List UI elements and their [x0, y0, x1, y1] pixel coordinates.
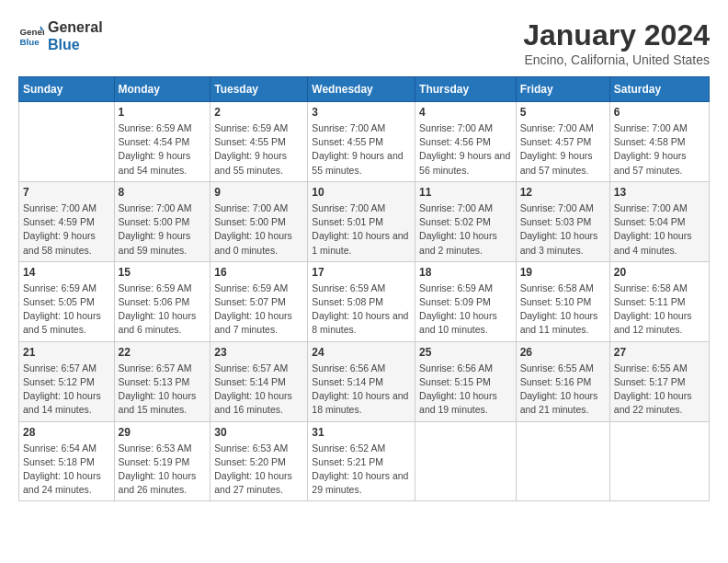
calendar-cell: 26Sunrise: 6:55 AMSunset: 5:16 PMDayligh…	[516, 341, 609, 421]
day-number: 29	[119, 426, 207, 439]
calendar-cell: 14Sunrise: 6:59 AMSunset: 5:05 PMDayligh…	[19, 261, 115, 341]
day-info: Sunrise: 6:52 AMSunset: 5:21 PMDaylight:…	[312, 442, 411, 498]
day-info: Sunrise: 7:00 AMSunset: 4:59 PMDaylight:…	[23, 201, 110, 258]
day-info: Sunrise: 7:00 AMSunset: 5:02 PMDaylight:…	[419, 201, 512, 258]
day-info: Sunrise: 6:57 AMSunset: 5:14 PMDaylight:…	[214, 362, 303, 418]
day-number: 2	[214, 106, 303, 119]
calendar-cell: 23Sunrise: 6:57 AMSunset: 5:14 PMDayligh…	[210, 341, 308, 421]
calendar-week-4: 21Sunrise: 6:57 AMSunset: 5:12 PMDayligh…	[19, 341, 710, 421]
calendar-cell	[19, 102, 115, 182]
day-number: 31	[312, 426, 411, 439]
calendar-week-5: 28Sunrise: 6:54 AMSunset: 5:18 PMDayligh…	[19, 421, 710, 501]
day-info: Sunrise: 6:53 AMSunset: 5:19 PMDaylight:…	[119, 442, 207, 498]
day-number: 27	[614, 346, 705, 359]
month-title: January 2024	[523, 18, 710, 52]
calendar-cell: 25Sunrise: 6:56 AMSunset: 5:15 PMDayligh…	[415, 341, 517, 421]
day-number: 24	[312, 346, 411, 359]
calendar-cell: 12Sunrise: 7:00 AMSunset: 5:03 PMDayligh…	[516, 181, 609, 261]
calendar-week-1: 1Sunrise: 6:59 AMSunset: 4:54 PMDaylight…	[19, 102, 710, 182]
day-info: Sunrise: 7:00 AMSunset: 5:00 PMDaylight:…	[214, 201, 303, 258]
calendar-cell	[516, 421, 609, 501]
day-number: 28	[23, 426, 110, 439]
title-block: January 2024 Encino, California, United …	[523, 18, 710, 67]
calendar-cell: 8Sunrise: 7:00 AMSunset: 5:00 PMDaylight…	[114, 181, 210, 261]
day-info: Sunrise: 7:00 AMSunset: 5:01 PMDaylight:…	[312, 201, 411, 258]
day-info: Sunrise: 6:54 AMSunset: 5:18 PMDaylight:…	[23, 442, 110, 498]
calendar-cell: 24Sunrise: 6:56 AMSunset: 5:14 PMDayligh…	[308, 341, 415, 421]
weekday-header-monday: Monday	[114, 77, 210, 102]
day-info: Sunrise: 7:00 AMSunset: 4:56 PMDaylight:…	[419, 121, 512, 178]
day-number: 26	[520, 346, 606, 359]
calendar-cell: 30Sunrise: 6:53 AMSunset: 5:20 PMDayligh…	[210, 421, 308, 501]
day-number: 22	[119, 346, 207, 359]
calendar-cell: 20Sunrise: 6:58 AMSunset: 5:11 PMDayligh…	[609, 261, 709, 341]
day-number: 6	[614, 106, 705, 119]
day-info: Sunrise: 6:59 AMSunset: 5:08 PMDaylight:…	[312, 282, 411, 338]
calendar-cell	[415, 421, 517, 501]
calendar-cell: 1Sunrise: 6:59 AMSunset: 4:54 PMDaylight…	[114, 102, 210, 182]
day-info: Sunrise: 7:00 AMSunset: 5:04 PMDaylight:…	[614, 201, 705, 258]
calendar-cell: 5Sunrise: 7:00 AMSunset: 4:57 PMDaylight…	[516, 102, 609, 182]
day-number: 20	[614, 266, 705, 279]
day-number: 17	[312, 266, 411, 279]
day-number: 14	[23, 266, 110, 279]
weekday-header-thursday: Thursday	[415, 77, 517, 102]
calendar-cell: 27Sunrise: 6:55 AMSunset: 5:17 PMDayligh…	[609, 341, 709, 421]
calendar-cell: 18Sunrise: 6:59 AMSunset: 5:09 PMDayligh…	[415, 261, 517, 341]
day-number: 23	[214, 346, 303, 359]
calendar-cell: 28Sunrise: 6:54 AMSunset: 5:18 PMDayligh…	[19, 421, 115, 501]
location: Encino, California, United States	[523, 52, 710, 67]
day-number: 5	[520, 106, 606, 119]
page-header: General Blue General Blue January 2024 E…	[18, 18, 710, 67]
calendar-cell: 6Sunrise: 7:00 AMSunset: 4:58 PMDaylight…	[609, 102, 709, 182]
weekday-header-saturday: Saturday	[609, 77, 709, 102]
calendar-cell: 10Sunrise: 7:00 AMSunset: 5:01 PMDayligh…	[308, 181, 415, 261]
day-info: Sunrise: 6:59 AMSunset: 5:09 PMDaylight:…	[419, 282, 512, 338]
day-info: Sunrise: 6:53 AMSunset: 5:20 PMDaylight:…	[214, 442, 303, 498]
day-info: Sunrise: 7:00 AMSunset: 4:55 PMDaylight:…	[312, 121, 411, 178]
calendar-header: SundayMondayTuesdayWednesdayThursdayFrid…	[19, 77, 710, 102]
day-info: Sunrise: 6:56 AMSunset: 5:15 PMDaylight:…	[419, 362, 512, 418]
day-info: Sunrise: 7:00 AMSunset: 4:58 PMDaylight:…	[614, 121, 705, 178]
weekday-header-tuesday: Tuesday	[210, 77, 308, 102]
day-info: Sunrise: 6:59 AMSunset: 5:06 PMDaylight:…	[119, 282, 207, 338]
calendar-cell: 4Sunrise: 7:00 AMSunset: 4:56 PMDaylight…	[415, 102, 517, 182]
calendar-week-2: 7Sunrise: 7:00 AMSunset: 4:59 PMDaylight…	[19, 181, 710, 261]
logo-text-blue: Blue	[48, 36, 103, 53]
day-number: 15	[119, 266, 207, 279]
day-info: Sunrise: 6:58 AMSunset: 5:10 PMDaylight:…	[520, 282, 606, 338]
calendar-cell: 11Sunrise: 7:00 AMSunset: 5:02 PMDayligh…	[415, 181, 517, 261]
day-number: 30	[214, 426, 303, 439]
calendar-cell: 16Sunrise: 6:59 AMSunset: 5:07 PMDayligh…	[210, 261, 308, 341]
day-info: Sunrise: 6:55 AMSunset: 5:16 PMDaylight:…	[520, 362, 606, 418]
day-number: 21	[23, 346, 110, 359]
day-number: 9	[214, 186, 303, 199]
svg-text:Blue: Blue	[19, 37, 40, 47]
day-info: Sunrise: 6:55 AMSunset: 5:17 PMDaylight:…	[614, 362, 705, 418]
day-info: Sunrise: 7:00 AMSunset: 4:57 PMDaylight:…	[520, 121, 606, 178]
day-info: Sunrise: 6:58 AMSunset: 5:11 PMDaylight:…	[614, 282, 705, 338]
day-number: 13	[614, 186, 705, 199]
calendar-cell: 9Sunrise: 7:00 AMSunset: 5:00 PMDaylight…	[210, 181, 308, 261]
logo: General Blue General Blue	[18, 18, 103, 53]
day-number: 25	[419, 346, 512, 359]
day-info: Sunrise: 7:00 AMSunset: 5:03 PMDaylight:…	[520, 201, 606, 258]
day-number: 12	[520, 186, 606, 199]
logo-text-general: General	[48, 18, 103, 36]
logo-icon: General Blue	[18, 23, 44, 49]
weekday-header-sunday: Sunday	[19, 77, 115, 102]
day-number: 18	[419, 266, 512, 279]
weekday-header-wednesday: Wednesday	[308, 77, 415, 102]
day-number: 8	[119, 186, 207, 199]
day-info: Sunrise: 6:59 AMSunset: 4:55 PMDaylight:…	[214, 121, 303, 178]
day-number: 19	[520, 266, 606, 279]
calendar-cell: 15Sunrise: 6:59 AMSunset: 5:06 PMDayligh…	[114, 261, 210, 341]
calendar-cell: 19Sunrise: 6:58 AMSunset: 5:10 PMDayligh…	[516, 261, 609, 341]
calendar-cell: 21Sunrise: 6:57 AMSunset: 5:12 PMDayligh…	[19, 341, 115, 421]
calendar-cell: 31Sunrise: 6:52 AMSunset: 5:21 PMDayligh…	[308, 421, 415, 501]
calendar-cell: 2Sunrise: 6:59 AMSunset: 4:55 PMDaylight…	[210, 102, 308, 182]
weekday-header-friday: Friday	[516, 77, 609, 102]
day-info: Sunrise: 6:59 AMSunset: 4:54 PMDaylight:…	[119, 121, 207, 178]
day-info: Sunrise: 7:00 AMSunset: 5:00 PMDaylight:…	[119, 201, 207, 258]
day-number: 11	[419, 186, 512, 199]
